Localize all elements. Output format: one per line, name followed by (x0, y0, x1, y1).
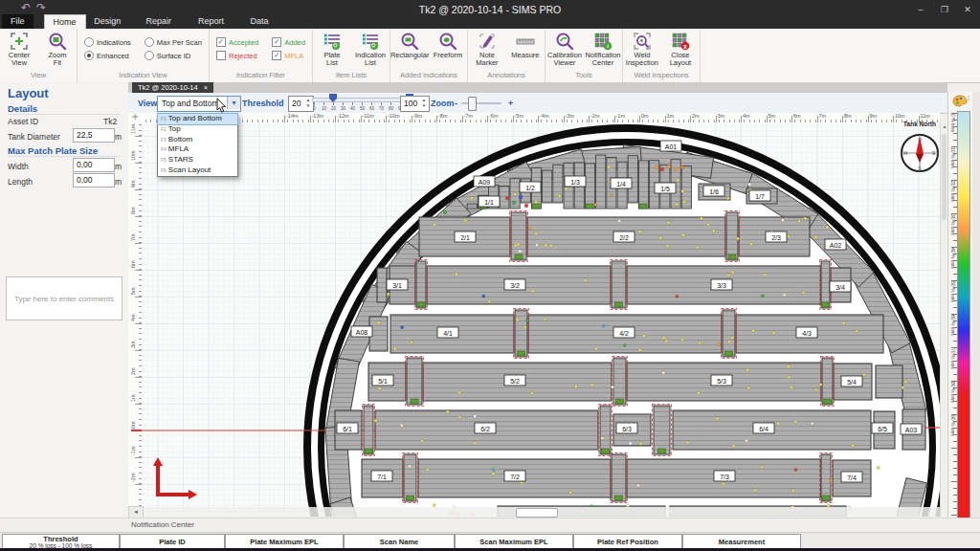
svg-text:5/1: 5/1 (378, 378, 388, 385)
marker (602, 449, 610, 453)
plate-list-button[interactable]: PlateList (313, 31, 351, 67)
indication-dot (488, 300, 491, 303)
dropdown-item-mfla[interactable]: F4MFLA (158, 144, 237, 155)
indication-dot (902, 386, 904, 389)
spin-up-icon[interactable]: ▲ (420, 99, 428, 102)
marker (515, 254, 523, 259)
connector-plate (407, 358, 422, 405)
measure-button[interactable]: Measure (506, 31, 545, 59)
view-dropdown-list[interactable]: F1Top and BottomF2TopF3BottomF4MFLAF5STA… (157, 113, 238, 177)
dropdown-item-scan-layout[interactable]: F6Scan Layout (158, 165, 237, 176)
dropdown-item-top-and-bottom[interactable]: F1Top and Bottom (158, 114, 237, 124)
ruler-origin-icon: ✛ (128, 113, 142, 122)
length-input[interactable]: 0,00 (73, 173, 115, 187)
tank-diameter-unit: m (115, 132, 122, 142)
document-tab[interactable]: Tk2 @ 2020-10-14 × (132, 82, 213, 93)
width-input[interactable]: 0,00 (73, 158, 115, 172)
rectangular-button[interactable]: Rectangular (390, 31, 429, 59)
indication-dot (408, 465, 411, 468)
radio-enhanced[interactable]: Enhanced (84, 51, 131, 60)
indication-dot (410, 341, 412, 343)
connector-plate (821, 454, 831, 501)
radio-indications[interactable]: Indications (84, 37, 131, 47)
indication-dot (492, 468, 495, 471)
svg-text:5/3: 5/3 (717, 378, 726, 385)
svg-text:3/3: 3/3 (717, 282, 726, 289)
weld-inspection-button[interactable]: WeldInspection (623, 31, 661, 67)
scale-label: 60 % loss (950, 315, 956, 336)
indication-list-button[interactable]: IndicationList (351, 31, 390, 67)
indication-dot (531, 392, 534, 395)
zoom-in-icon[interactable]: + (508, 99, 513, 108)
status-button-scan-maximum-epl[interactable]: Scan Maximum EPL (455, 534, 573, 549)
dropdown-item-stars[interactable]: F5STARS (158, 155, 237, 165)
tank-diameter-input[interactable]: 22,5 (73, 128, 115, 143)
dropdown-item-top[interactable]: F2Top (158, 124, 237, 135)
indication-dot (662, 337, 665, 340)
maximize-button[interactable]: ❐ (936, 3, 953, 16)
indication-dot (512, 201, 516, 205)
center-view-button[interactable]: CenterView (0, 31, 38, 67)
close-button[interactable]: ✕ (959, 3, 976, 16)
zoom-label: Zoom (431, 99, 455, 108)
threshold-max-spinner[interactable]: 100 ▲ ▼ (400, 96, 430, 112)
indication-dot (401, 326, 404, 329)
status-button-plate-ref-position[interactable]: Plate Ref Position (573, 534, 682, 549)
checkbox-accepted[interactable]: ✓Accepted (216, 37, 258, 47)
status-button-plate-maximum-epl[interactable]: Plate Maximum EPL (225, 534, 344, 549)
notification-center-button[interactable]: iNotificationCenter (584, 31, 622, 67)
ribbon-tab-repair[interactable]: Repair (138, 14, 181, 29)
status-button-threshold[interactable]: Threshold20 % loss - 100 % loss (2, 534, 120, 549)
ribbon-tab-file[interactable]: File (2, 14, 33, 29)
radio-max-per-scan[interactable]: Max Per Scan (145, 37, 202, 47)
ribbon-tab-data[interactable]: Data (241, 14, 277, 29)
indication-dot (565, 187, 568, 190)
chevron-down-icon[interactable]: ▼ (227, 97, 240, 109)
ribbon-tab-design[interactable]: Design (85, 14, 129, 29)
indication-dot (393, 347, 396, 350)
indication-dot (754, 489, 757, 492)
tab-close-icon[interactable]: × (204, 83, 208, 92)
freeform-button[interactable]: Freeform (429, 31, 467, 59)
status-button-plate-id[interactable]: Plate ID (120, 534, 225, 549)
bottom-plate (377, 268, 387, 302)
palette-icon[interactable] (952, 95, 968, 107)
indication-dot (514, 244, 517, 247)
zoom-out-icon[interactable]: - (455, 99, 457, 108)
checkbox-added[interactable]: ✓Added (272, 37, 305, 47)
threshold-range-slider[interactable]: 0102030405060708090100 (312, 94, 413, 112)
indication-dot (761, 295, 764, 298)
indication-dot (783, 294, 786, 297)
checkbox-mfla[interactable]: ✓MFLA (272, 51, 305, 60)
notification-center-label[interactable]: Notification Center (131, 520, 194, 529)
zoom-slider-handle[interactable] (468, 97, 477, 111)
dropdown-item-bottom[interactable]: F3Bottom (158, 135, 237, 145)
calibration-viewer-button[interactable]: CalibrationViewer (546, 31, 584, 67)
status-button-scan-name[interactable]: Scan Name (344, 534, 455, 549)
ribbon-group-added-indications: RectangularFreeformAdded Indications (390, 29, 468, 82)
scale-menu-icon[interactable]: ⁞ (968, 95, 969, 101)
spin-down-icon[interactable]: ▼ (420, 104, 428, 108)
patch-size-header: Max Patch Plate Size (8, 145, 121, 157)
spin-up-icon[interactable]: ▲ (304, 99, 312, 102)
minimize-button[interactable]: – (912, 3, 929, 16)
svg-text:6/5: 6/5 (878, 426, 887, 432)
checkbox-rejected[interactable]: Rejected (216, 51, 258, 60)
indication-dot (629, 442, 632, 445)
comments-box[interactable]: Type here to enter comments (6, 276, 122, 320)
radio-surface-id[interactable]: Surface ID (145, 51, 202, 60)
ribbon-tab-home[interactable]: Home (44, 14, 86, 30)
view-combobox[interactable]: Top and Bottom ▼ (157, 96, 241, 112)
ribbon-tab-report[interactable]: Report (189, 14, 233, 29)
status-button-measurement[interactable]: Measurement (682, 534, 801, 549)
close-layout-button[interactable]: xCloseLayout (661, 31, 700, 67)
center-view-icon (0, 31, 38, 52)
indication-dot (420, 439, 423, 442)
svg-text:3/1: 3/1 (392, 282, 402, 289)
tank-layout-drawing[interactable]: 1/11/21/31/41/51/61/72/12/22/33/13/23/33… (142, 122, 940, 517)
zoom-fit-button[interactable]: ZoomFit (38, 31, 77, 67)
note-marker-button[interactable]: NoteMarker (468, 31, 506, 67)
indication-dot (535, 244, 538, 247)
hscroll-thumb[interactable] (516, 508, 558, 518)
indication-dot (610, 193, 612, 196)
